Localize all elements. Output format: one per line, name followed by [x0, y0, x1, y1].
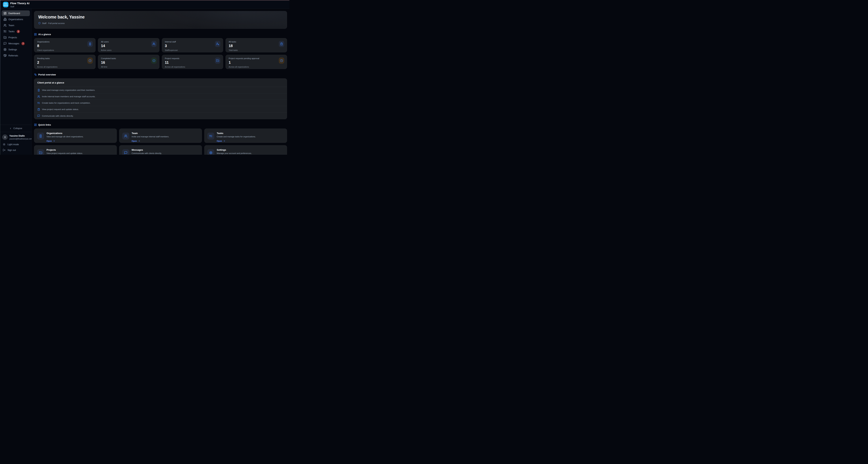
role-badge: Staff · Full portal access	[38, 22, 283, 24]
sidebar-item-tasks[interactable]: Tasks 2	[2, 29, 30, 34]
open-link[interactable]: Open	[217, 140, 225, 142]
clock-icon	[279, 58, 284, 64]
sidebar-item-label: Referrals	[8, 54, 18, 57]
portal-card-header: Client portal at a glance	[34, 79, 287, 87]
arrow-right-icon	[223, 140, 225, 142]
users-icon	[3, 24, 7, 27]
quicklink-title: Organizations	[46, 132, 84, 134]
brand-block: Flow Theory AI Staff	[10, 2, 29, 8]
list-todo-icon	[3, 30, 7, 33]
shield-icon	[38, 22, 41, 24]
user-cog-icon	[215, 41, 220, 47]
stat-label: Completed tasks	[101, 57, 156, 60]
stat-value: 11	[165, 60, 220, 65]
sidebar-item-label: Messages	[8, 42, 19, 45]
stat-label: Pending tasks	[37, 57, 92, 60]
quicklink-card-projects[interactable]: Projects View project requests and updat…	[34, 145, 117, 155]
light-mode-toggle[interactable]: Light mode	[2, 142, 30, 147]
portal-list-item: Communicate with clients directly.	[34, 113, 287, 119]
sidebar-item-label: Tasks	[8, 30, 14, 33]
stat-value: 16	[101, 60, 156, 65]
sidebar-item-organizations[interactable]: Organizations	[2, 17, 30, 22]
portal-list-item: Invite internal team members and manage …	[34, 93, 287, 100]
portal-card-title: Client portal at a glance	[37, 81, 284, 84]
quick-links-row-2: Projects View project requests and updat…	[34, 145, 287, 155]
stat-sub: Across all organizations	[228, 66, 284, 68]
open-link[interactable]: Open	[46, 140, 55, 142]
role-badge-text: Staff · Full portal access	[42, 22, 65, 24]
gear-icon	[3, 48, 7, 51]
sidebar-item-settings[interactable]: Settings	[2, 47, 30, 52]
quicklink-desc: Manage your account and preferences.	[217, 152, 252, 154]
logo-text-line1: flow	[4, 3, 7, 5]
sidebar-item-label: Projects	[8, 36, 17, 39]
quicklink-title: Messages	[132, 149, 162, 151]
portal-item-text: Invite internal team members and manage …	[42, 95, 96, 98]
avatar	[2, 134, 8, 140]
arrow-right-icon	[53, 140, 55, 142]
building-icon	[37, 89, 40, 92]
quicklink-card-tasks[interactable]: Tasks Create and manage tasks for organi…	[204, 128, 287, 143]
sidebar-item-label: Dashboard	[8, 12, 20, 14]
dashboard-icon	[3, 12, 7, 15]
sign-out-button[interactable]: Sign out	[2, 147, 30, 153]
stat-card-all-users: All users 14 Active users	[98, 38, 159, 52]
sidebar-item-projects[interactable]: Projects	[2, 35, 30, 40]
check-circle-icon	[151, 58, 157, 64]
arrow-right-icon	[138, 140, 140, 142]
quicklink-card-team[interactable]: Team Invite and manage internal staff me…	[119, 128, 202, 143]
quicklink-desc: Communicate with clients directly.	[132, 152, 162, 154]
quicklink-card-organizations[interactable]: Organizations View and manage all client…	[34, 128, 117, 143]
folder-icon	[3, 36, 7, 39]
stats-row-1: Organizations 8 Client organizations All…	[34, 38, 287, 52]
quicklink-desc: View project requests and update status.	[46, 152, 83, 154]
messages-count-badge: 7	[22, 42, 25, 45]
stat-sub: Across all organizations	[165, 66, 220, 68]
portal-list-item: View project request and update status.	[34, 106, 287, 113]
stat-value: 1	[228, 60, 284, 65]
sparkles-icon	[34, 73, 37, 76]
quicklink-desc: View and manage all client organizations…	[46, 135, 84, 138]
stat-sub: Staff/superuser	[165, 49, 220, 51]
message-icon	[122, 149, 129, 155]
flow-theory-logo: flow theory	[3, 2, 8, 7]
sidebar-item-label: Settings	[8, 48, 17, 51]
stat-value: 14	[101, 44, 156, 48]
portal-item-text: Create tasks for organizations and track…	[42, 102, 90, 104]
handshake-icon	[3, 54, 7, 57]
stat-value: 8	[37, 44, 92, 48]
folder-icon	[215, 58, 220, 64]
open-link[interactable]: Open	[132, 140, 140, 142]
sidebar-item-referrals[interactable]: Referrals	[2, 53, 30, 58]
stat-card-organizations: Organizations 8 Client organizations	[34, 38, 96, 52]
stat-value: 3	[165, 44, 220, 48]
section-quick-links: Quick links	[34, 123, 287, 126]
open-label: Open	[217, 140, 222, 142]
stat-label: Organizations	[37, 41, 92, 43]
gear-icon	[207, 149, 214, 155]
logo-text-line2: theory	[4, 5, 8, 6]
stat-card-completed-tasks: Completed tasks 16 All time	[98, 55, 159, 69]
main-content[interactable]: Welcome back, Yassine Staff · Full porta…	[32, 9, 289, 155]
quicklink-card-settings[interactable]: Settings Manage your account and prefere…	[204, 145, 287, 155]
sidebar-item-team[interactable]: Team	[2, 23, 30, 28]
grid-icon	[34, 33, 37, 36]
quicklink-title: Team	[132, 132, 169, 134]
sidebar-item-messages[interactable]: Messages 7	[2, 41, 30, 46]
clock-icon	[87, 58, 93, 64]
sidebar: Dashboard Organizations Team Tasks 2	[0, 9, 32, 155]
stat-sub: Active users	[101, 49, 156, 51]
sidebar-item-dashboard[interactable]: Dashboard	[2, 10, 30, 16]
open-label: Open	[46, 140, 52, 142]
quicklink-card-messages[interactable]: Messages Communicate with clients direct…	[119, 145, 202, 155]
collapse-sidebar-button[interactable]: Collapse	[2, 125, 30, 132]
stat-card-pending-approval: Project requests pending approval 1 Acro…	[225, 55, 287, 69]
quicklink-title: Settings	[217, 149, 252, 151]
stat-sub: Across all organizations	[37, 66, 92, 68]
stat-card-pending-tasks: Pending tasks 2 Across all organizations	[34, 55, 96, 69]
section-title: Quick links	[38, 123, 51, 126]
quicklink-title: Projects	[46, 149, 83, 151]
user-profile[interactable]: Yassine Diallo yassine@flowtheoryai.com	[2, 132, 30, 142]
stat-label: Project requests pending approval	[228, 57, 284, 60]
stat-card-internal-staff: Internal staff 3 Staff/superuser	[162, 38, 223, 52]
